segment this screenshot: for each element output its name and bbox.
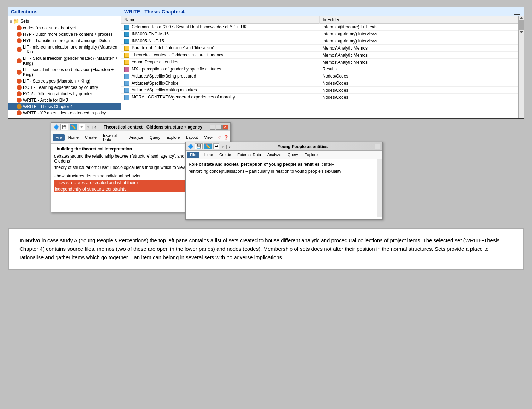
doc-icon [124, 32, 129, 37]
item-label: WRITE - Thesis Chapter 4 [23, 104, 73, 109]
minimize-button2[interactable]: ─ [375, 144, 380, 149]
minimize-button[interactable]: — [514, 10, 520, 18]
window2-scrollbar[interactable] [377, 159, 382, 217]
table-row[interactable]: Attitudes\Specific\Choice Nodes\Codes [121, 80, 518, 87]
list-item-selected[interactable]: WRITE - Thesis Chapter 4 [8, 103, 121, 110]
item-label: LIT - social influences on behaviour (Ma… [23, 67, 118, 77]
table-row[interactable]: INV-003-ENG-M-16 Internals\(primary) Int… [121, 30, 518, 38]
close-button[interactable]: ✕ [222, 125, 228, 130]
row-folder: Memos\Analytic Memos [320, 59, 518, 66]
item-label: LIT - mis-communication and ambiguity (M… [23, 45, 118, 55]
undo-icon[interactable]: ↩ [79, 124, 85, 130]
save-icon2[interactable]: 💾 [195, 143, 203, 149]
window-controls: ─ □ ✕ [210, 125, 228, 130]
row-name: Attitudes\Specific\Making mistakes [121, 87, 320, 94]
write-scrollbar[interactable] [518, 16, 524, 118]
title-divider2: ÷ [229, 144, 231, 149]
collection-icon [17, 79, 22, 84]
table-row[interactable]: Theoretical context - Giddens structure … [121, 52, 518, 59]
description-text-after: in case study A (Young People's Percepti… [19, 237, 499, 260]
maximize-button[interactable]: □ [216, 125, 222, 130]
item-label: codes i'm not sure about yet [23, 25, 76, 30]
list-item[interactable]: LIT - social influences on behaviour (Ma… [8, 67, 121, 78]
row-name: Paradox of Dutch 'tolerance' and 'libera… [121, 45, 320, 52]
pencil-icon2[interactable]: ✏️ [204, 143, 212, 149]
table-row[interactable]: Young People as entities Memos\Analytic … [121, 59, 518, 66]
titlebar-left2: 🔷 💾 ✏️ ↩ ▼ | ÷ [188, 143, 231, 149]
list-item[interactable]: LIT - Sexual freedom (gender related) (M… [8, 55, 121, 67]
list-item[interactable]: LIT - mis-communication and ambiguity (M… [8, 44, 121, 55]
content-reinforcing: reinforcing conceptualisations – particu… [189, 169, 374, 174]
scroll-down-arrow[interactable] [520, 31, 523, 33]
tab-file[interactable]: File [53, 134, 65, 141]
tab-analyze[interactable]: Analyze [127, 134, 146, 141]
tab-explore[interactable]: Explore [164, 134, 183, 141]
list-item[interactable]: HYP - Transition more gradual amongst Du… [8, 38, 121, 44]
expand-icon[interactable]: ⊟ [10, 19, 12, 23]
node-icon [124, 81, 129, 86]
row-name: Attitudes\Specific\Choice [121, 80, 320, 87]
titlebar-young-people: 🔷 💾 ✏️ ↩ ▼ | ÷ Young People as entities … [186, 142, 382, 151]
lower-minimize-btn[interactable]: — [515, 218, 521, 226]
table-row[interactable]: Paradox of Dutch 'tolerance' and 'libera… [121, 45, 518, 52]
folder-icon: 📁 [13, 18, 19, 24]
list-item[interactable]: RQ 2 - Differeing attitudes by gender [8, 91, 121, 97]
pencil-icon[interactable]: ✏️ [70, 124, 77, 130]
table-row[interactable]: INV-005-NL-F-15 Internals\(primary) Inte… [121, 38, 518, 45]
collection-icon [17, 58, 22, 63]
lower-section: 🔷 💾 ✏️ ↩ ▼ | ÷ Theoretical context - Gid… [8, 119, 524, 228]
tab-analyze2[interactable]: Analyze [265, 152, 284, 158]
tab-layout[interactable]: Layout [183, 134, 201, 141]
tab-create2[interactable]: Create [216, 152, 234, 158]
doc-icon [124, 25, 129, 30]
table-row[interactable]: Attitudes\Specific\Making mistakes Nodes… [121, 87, 518, 94]
list-item[interactable]: codes i'm not sure about yet [8, 25, 121, 31]
list-item[interactable]: RQ 1 - Learning experiences by country [8, 84, 121, 91]
table-row[interactable]: Attitudes\Specific\Being pressured Nodes… [121, 73, 518, 80]
table-row[interactable]: MX - perceptions of gender by specific a… [121, 66, 518, 73]
tab-view[interactable]: View [201, 134, 215, 141]
row-name: Young People as entities [121, 59, 320, 66]
collections-header: Collections [8, 7, 121, 16]
help-icon[interactable]: ❓ [223, 135, 229, 140]
tab-query[interactable]: Query [147, 134, 163, 141]
list-item[interactable]: HYP - Dutch more positive re content + p… [8, 31, 121, 38]
table-row[interactable]: MORAL CONTEXTS\gendered experiences of m… [121, 94, 518, 101]
dropdown-arrow2[interactable]: ▼ [221, 144, 225, 149]
minimize-button[interactable]: ─ [210, 125, 215, 130]
tab-create[interactable]: Create [82, 134, 99, 141]
separator2: | [226, 144, 227, 149]
tab-home2[interactable]: Home [200, 152, 216, 158]
window-title-young-people: Young People as entities [278, 144, 328, 149]
memo-icon [124, 60, 129, 65]
content-underline: Role of state and societal perception of… [189, 162, 320, 167]
dropdown-arrow[interactable]: ▼ [86, 125, 90, 129]
tab-query2[interactable]: Query [285, 152, 301, 158]
row-name: Theoretical context - Giddens structure … [121, 52, 320, 59]
collection-icon [17, 47, 22, 52]
collection-icon [17, 110, 22, 115]
list-item[interactable]: LIT - Stereotypes (Maarsten + King) [8, 78, 121, 84]
doc-icon [124, 39, 129, 44]
save-icon[interactable]: 💾 [60, 124, 68, 130]
write-panel-content: Name In Folder Coleman+Testa (2007) Sexu… [121, 16, 524, 118]
undo-icon2[interactable]: ↩ [213, 143, 219, 149]
scrollbar-thumb[interactable] [519, 20, 524, 30]
item-label: WRITE - YP as entities - evidenced in po… [23, 110, 106, 115]
row-folder: Nodes\Codes [320, 73, 518, 80]
collection-icon [17, 70, 22, 75]
tab-external-data[interactable]: External Data [100, 132, 126, 143]
tab-explore2[interactable]: Explore [302, 152, 320, 158]
row-name: MORAL CONTEXTS\gendered experiences of m… [121, 94, 320, 101]
tab-home[interactable]: Home [65, 134, 81, 141]
list-item[interactable]: WRITE - Article for BMJ [8, 97, 121, 103]
tab-external-data2[interactable]: External Data [235, 152, 264, 158]
node-icon [124, 95, 129, 100]
table-row[interactable]: Coleman+Testa (2007) Sexual Health knowl… [121, 24, 518, 31]
sets-row[interactable]: ⊟ 📁 Sets [8, 18, 121, 25]
titlebar-left: 🔷 💾 ✏️ ↩ ▼ | ÷ [53, 124, 96, 130]
list-item[interactable]: WRITE - YP as entities - evidenced in po… [8, 110, 121, 116]
col-folder: In Folder [320, 16, 518, 24]
collection-icon [17, 38, 22, 43]
tab-file2[interactable]: File [187, 152, 199, 158]
